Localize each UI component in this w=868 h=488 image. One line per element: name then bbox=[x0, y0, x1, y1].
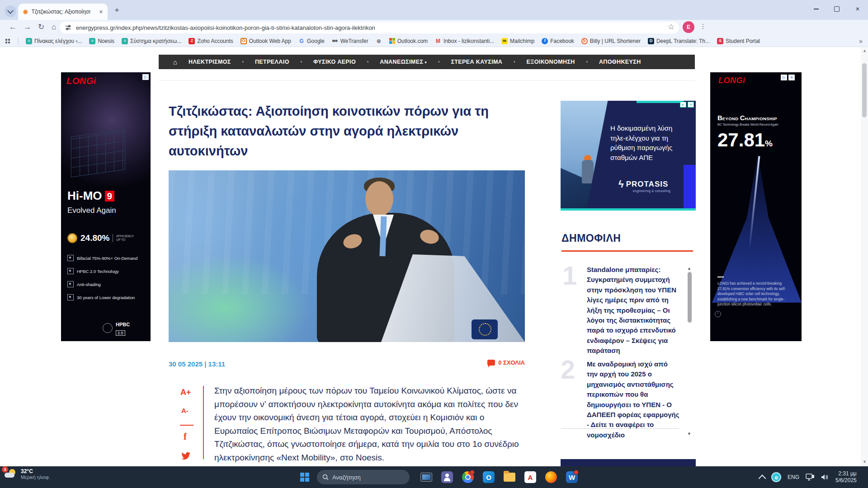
twitter-share-icon[interactable] bbox=[181, 452, 191, 460]
address-bar[interactable]: energypress.gr/index.php/news/tzitzikost… bbox=[60, 22, 679, 33]
font-decrease-button[interactable]: A- bbox=[181, 407, 189, 414]
bookmark-deepl[interactable]: DDeepL Translate: Th... bbox=[648, 38, 710, 44]
tab-search-button[interactable] bbox=[5, 5, 16, 17]
forward-icon[interactable]: → bbox=[24, 23, 31, 31]
tools-divider bbox=[180, 425, 193, 426]
bookmark-zoho[interactable]: ZZoho Accounts bbox=[189, 38, 233, 44]
lightning-p-icon: ϟ bbox=[618, 178, 624, 190]
network-icon[interactable] bbox=[806, 474, 815, 481]
nav-exoikonomisi[interactable]: ΕΞΟΙΚΟΝΟΜΗΣΗ bbox=[526, 59, 575, 65]
bifacial-icon bbox=[67, 255, 74, 261]
outlook-icon: O bbox=[483, 471, 495, 483]
bookmark-inbox[interactable]: MInbox - lizikonstanti... bbox=[435, 38, 494, 44]
font-increase-button[interactable]: A+ bbox=[180, 388, 191, 397]
site-favicon-icon: ✺ bbox=[23, 9, 28, 15]
popular-item-number: 1 bbox=[562, 264, 577, 287]
bookmark-globe[interactable]: ⊕ bbox=[376, 38, 382, 44]
comments-link[interactable]: 0 ΣΧΟΛΙΑ bbox=[470, 359, 525, 366]
apps-grid-icon[interactable] bbox=[5, 39, 10, 43]
header-divider bbox=[159, 80, 695, 81]
bookmark-bitly[interactable]: bBitly | URL Shortener bbox=[581, 38, 641, 44]
bitly-favicon-icon: b bbox=[581, 38, 588, 44]
outlook-button[interactable]: O bbox=[480, 469, 497, 486]
sidebar-scroll-down-icon[interactable]: ▼ bbox=[687, 432, 691, 436]
search-placeholder: Αναζήτηση bbox=[332, 474, 361, 481]
firefox-button[interactable] bbox=[542, 469, 560, 486]
taskbar-search[interactable]: Αναζήτηση bbox=[317, 470, 410, 484]
tab-close-icon[interactable]: ✕ bbox=[99, 9, 103, 15]
bookmark-star-icon[interactable]: ☆ bbox=[668, 23, 675, 31]
new-tab-button[interactable]: ＋ bbox=[113, 6, 121, 14]
start-button[interactable] bbox=[296, 469, 313, 486]
back-icon[interactable]: ← bbox=[9, 23, 17, 31]
bookmark-student-portal[interactable]: SStudent Portal bbox=[717, 38, 760, 44]
reload-icon[interactable]: ↻ bbox=[38, 23, 44, 31]
bookmark-google[interactable]: GGoogle bbox=[298, 38, 325, 44]
facebook-share-icon[interactable]: f bbox=[184, 431, 187, 442]
tray-date: 5/6/2025 bbox=[835, 477, 857, 484]
ad-close-icon[interactable]: ✕ bbox=[688, 102, 694, 108]
home-icon[interactable]: ⌂ bbox=[52, 23, 56, 31]
bookmark-facebook[interactable]: fFacebook bbox=[542, 38, 574, 44]
adchoices-icon[interactable]: ▷ bbox=[142, 74, 149, 80]
acrobat-button[interactable]: A bbox=[522, 469, 539, 486]
window-close-button[interactable]: ✕ bbox=[847, 0, 868, 18]
page-scroll-down-icon[interactable]: ▼ bbox=[863, 460, 867, 464]
chevron-down-icon: ▾ bbox=[425, 60, 427, 65]
bookmark-noesis[interactable]: ≡Noesis bbox=[89, 38, 114, 44]
speaker-icon[interactable] bbox=[821, 474, 829, 481]
nav-dot: • bbox=[438, 60, 439, 64]
bookmark-owa[interactable]: OOutlook Web App bbox=[241, 38, 291, 44]
tray-clock[interactable]: 2:31 μμ 5/6/2025 bbox=[835, 470, 857, 484]
nav-ananeosimes[interactable]: ΑΝΑΝΕΩΣΙΜΕΣ▾ bbox=[380, 59, 427, 65]
popular-item-link[interactable]: Standalone μπαταρίες: Συγκρατημένη συμμε… bbox=[587, 265, 680, 356]
adchoices-icon[interactable]: ▷ bbox=[781, 75, 787, 80]
ad-close-icon[interactable]: ✕ bbox=[788, 75, 795, 80]
teams-button[interactable] bbox=[439, 469, 456, 486]
eset-tray-icon[interactable]: e bbox=[771, 472, 781, 482]
site-navbar: ⌂ ΗΛΕΚΤΡΙΣΜΟΣ • ΠΕΤΡΕΛΑΙΟ • ΦΥΣΙΚΟ ΑΕΡΙΟ… bbox=[159, 55, 695, 69]
tray-chevron-up-icon[interactable] bbox=[759, 474, 766, 482]
chrome-button[interactable] bbox=[459, 469, 476, 486]
weather-icon: 3 bbox=[4, 468, 17, 480]
bookmark-pinakas[interactable]: ≡Πίνακας ελέγχου ‹... bbox=[26, 38, 82, 44]
popular-underline bbox=[561, 250, 693, 252]
window-minimize-button[interactable] bbox=[806, 0, 826, 18]
page-scroll-up-icon[interactable]: ▲ bbox=[863, 49, 867, 53]
notification-badge bbox=[470, 470, 475, 475]
nav-sterea-kaysima[interactable]: ΣΤΕΡΕΑ ΚΑΥΣΙΜΑ bbox=[451, 59, 502, 65]
article-photo bbox=[169, 170, 525, 342]
bookmark-mailchimp[interactable]: mMailchimp bbox=[501, 38, 534, 44]
sidebar-scrollbar-thumb[interactable] bbox=[688, 272, 692, 323]
sidebar-scroll-up-icon[interactable]: ▲ bbox=[687, 267, 691, 271]
adchoices-icon[interactable]: ▸ bbox=[680, 102, 686, 108]
taskbar-weather-widget[interactable]: 3 32°C Μερική ηλιοφ. bbox=[4, 468, 50, 480]
file-explorer-button[interactable] bbox=[501, 469, 518, 486]
browser-menu-icon[interactable]: ⋮ bbox=[700, 23, 706, 29]
task-view-button[interactable] bbox=[418, 469, 435, 486]
sidebar-ad-protasis[interactable]: Η δοκιμασμένη λύση τηλε-ελέγχου για τη ρ… bbox=[561, 101, 696, 211]
bookmarks-overflow-icon[interactable]: » bbox=[859, 38, 863, 45]
profile-avatar[interactable]: E bbox=[683, 21, 694, 33]
page-scrollbar-thumb[interactable] bbox=[862, 63, 867, 117]
language-indicator[interactable]: ENG bbox=[788, 474, 799, 480]
screen: ✺ Τζιτζικώστας: Αξιοποίηση κοιν ✕ ＋ ✕ ← … bbox=[0, 0, 868, 488]
article-body: Στην αξιοποίηση μέρους των πόρων του Ταμ… bbox=[214, 384, 526, 464]
nav-petrelaio[interactable]: ΠΕΤΡΕΛΑΙΟ bbox=[255, 59, 289, 65]
ad-footer-logo: HPBC2.0 bbox=[103, 320, 130, 336]
nav-ilektrismos[interactable]: ΗΛΕΚΤΡΙΣΜΟΣ bbox=[189, 59, 231, 65]
window-maximize-button[interactable] bbox=[826, 0, 847, 18]
nav-apothikefsi[interactable]: ΑΠΟΘΗΚΕΥΣΗ bbox=[599, 59, 641, 65]
tab-title: Τζιτζικώστας: Αξιοποίηση κοιν bbox=[32, 9, 90, 15]
browser-tab[interactable]: ✺ Τζιτζικώστας: Αξιοποίηση κοιν ✕ bbox=[18, 4, 108, 20]
left-ad-longi[interactable]: LONGi ▷ Hi-MO9 Evolved Again 24.80% EFFI… bbox=[61, 72, 151, 341]
bookmark-systima[interactable]: ≡Σύστημα κρατήσεω... bbox=[122, 38, 181, 44]
tray-time: 2:31 μμ bbox=[835, 470, 857, 477]
right-ad-longi[interactable]: LONGi ▷ ✕ BEYOND CHAMPIONSHIP BC Technol… bbox=[710, 72, 802, 341]
bookmark-wetransfer[interactable]: weWeTransfer bbox=[332, 38, 368, 44]
nav-fysiko-aerio[interactable]: ΦΥΣΙΚΟ ΑΕΡΙΟ bbox=[313, 59, 356, 65]
site-security-tune-icon[interactable] bbox=[65, 24, 71, 31]
word-button[interactable]: W bbox=[563, 469, 580, 486]
site-home-icon[interactable]: ⌂ bbox=[173, 58, 177, 66]
bookmark-outlookcom[interactable]: Outlook.com bbox=[389, 38, 428, 44]
